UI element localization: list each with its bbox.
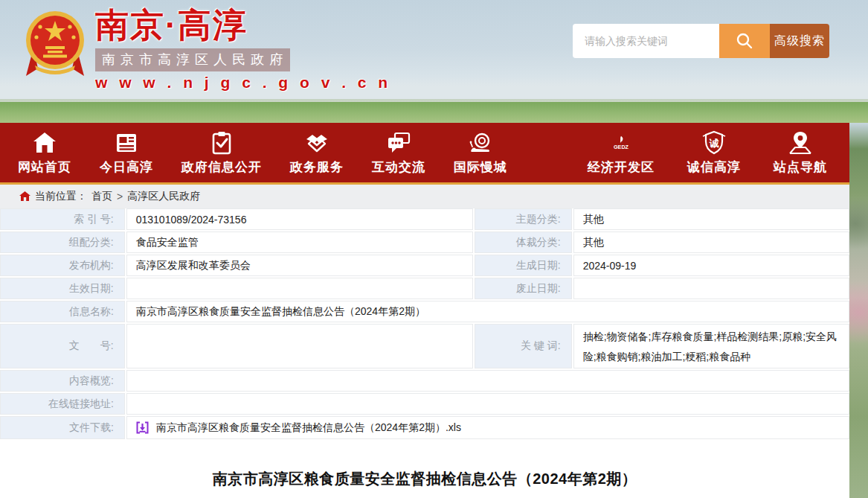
keywords-value: 抽检;物资储备;库存粮食质量;样品检测结果;原粮;安全风险;粮食购销;粮油加工;… bbox=[573, 324, 849, 368]
download-file-link[interactable]: 南京市高淳区粮食质量安全监督抽检信息公告（2024年第2期）.xls bbox=[156, 421, 461, 435]
table-row: 文件下载: 南京市高淳区粮食质量安全监督抽检信息公告（2024年第2期）.xls bbox=[0, 416, 849, 439]
clipboard-check-icon bbox=[209, 130, 234, 156]
shield-char: 诚 bbox=[709, 137, 720, 148]
handshake-icon bbox=[304, 130, 329, 156]
snail-icon bbox=[468, 130, 493, 156]
nav-item-home[interactable]: 网站首页 bbox=[18, 130, 71, 176]
home-icon bbox=[32, 130, 57, 156]
file-download-cell: 南京市高淳区粮食质量安全监督抽检信息公告（2024年第2期）.xls bbox=[126, 416, 849, 439]
site-banner: 南京·高淳 南京市高淳区人民政府 w w w . n j g c . g o v… bbox=[0, 0, 868, 123]
nav-label: 网站首页 bbox=[18, 159, 71, 176]
nav-item-sitemap[interactable]: 站点导航 bbox=[774, 130, 827, 176]
integrity-shield-icon: 诚 bbox=[701, 130, 727, 156]
doc-number-value bbox=[126, 324, 473, 368]
breadcrumb-home-link[interactable]: 首页 bbox=[91, 190, 112, 203]
search-bar: 高级搜索 bbox=[573, 24, 829, 58]
genre-category-label: 体裁分类: bbox=[475, 232, 572, 253]
breadcrumb-separator: > bbox=[117, 191, 123, 202]
site-title: 南京·高淳 bbox=[95, 6, 290, 45]
info-name-label: 信息名称: bbox=[0, 301, 125, 322]
banner-fields bbox=[0, 102, 868, 123]
issuing-org-value: 高淳区发展和改革委员会 bbox=[126, 255, 473, 276]
main-nav: 网站首页 今日高淳 政府信息公开 bbox=[0, 123, 849, 182]
group-category-label: 组配分类: bbox=[0, 232, 125, 253]
article-area: 南京市高淳区粮食质量安全监督抽检信息公告（2024年第2期） bbox=[0, 439, 849, 496]
index-number-value: 013101089/2024-73156 bbox=[126, 208, 473, 230]
nav-item-gedz[interactable]: GEDZ 经济开发区 bbox=[588, 130, 655, 176]
genre-category-value: 其他 bbox=[573, 232, 849, 253]
nav-label: 政务服务 bbox=[290, 159, 344, 176]
gedz-text: GEDZ bbox=[614, 143, 629, 150]
effective-date-value bbox=[126, 278, 473, 299]
nav-item-today[interactable]: 今日高淳 bbox=[100, 130, 153, 176]
file-download-label: 文件下载: bbox=[0, 416, 125, 439]
table-row: 内容概览: bbox=[0, 370, 849, 392]
nav-item-slow-city[interactable]: 国际慢城 bbox=[454, 130, 507, 176]
chat-bubbles-icon bbox=[386, 130, 411, 156]
content-wrapper: 网站首页 今日高淳 政府信息公开 bbox=[0, 123, 849, 498]
search-icon bbox=[735, 31, 754, 51]
doc-number-label: 文 号: bbox=[0, 324, 125, 368]
search-input[interactable] bbox=[573, 24, 719, 58]
index-number-label: 索 引 号: bbox=[0, 208, 125, 230]
table-row: 信息名称: 南京市高淳区粮食质量安全监督抽检信息公告（2024年第2期） bbox=[0, 301, 849, 322]
table-row: 在线链接地址: bbox=[0, 393, 849, 415]
advanced-search-button[interactable]: 高级搜索 bbox=[770, 24, 829, 58]
site-subtitle: 南京市高淳区人民政府 bbox=[95, 48, 290, 71]
online-link-value bbox=[126, 393, 849, 415]
keywords-label: 关 键 词: bbox=[475, 324, 572, 368]
nav-group-right: GEDZ 经济开发区 诚 诚信高淳 bbox=[588, 130, 827, 176]
gedz-icon: GEDZ bbox=[608, 130, 634, 156]
group-category-value: 食品安全监管 bbox=[126, 232, 473, 253]
effective-date-label: 生效日期: bbox=[0, 278, 125, 299]
breadcrumb: 当前位置： 首页 > 高淳区人民政府 bbox=[0, 185, 849, 208]
nav-label: 政府信息公开 bbox=[181, 159, 262, 176]
site-url: w w w . n j g c . g o v . c n bbox=[95, 74, 290, 92]
abolish-date-value bbox=[573, 278, 849, 299]
nav-label: 国际慢城 bbox=[454, 159, 507, 176]
info-name-value: 南京市高淳区粮食质量安全监督抽检信息公告（2024年第2期） bbox=[126, 301, 849, 322]
nav-label: 站点导航 bbox=[774, 159, 827, 176]
nav-item-interaction[interactable]: 互动交流 bbox=[372, 130, 425, 176]
nav-label: 今日高淳 bbox=[100, 159, 153, 176]
download-icon bbox=[136, 421, 149, 434]
map-pin-icon bbox=[788, 130, 813, 156]
online-link-label: 在线链接地址: bbox=[0, 393, 125, 415]
table-row: 发布机构: 高淳区发展和改革委员会 生成日期: 2024-09-19 bbox=[0, 255, 849, 276]
table-row: 索 引 号: 013101089/2024-73156 主题分类: 其他 bbox=[0, 208, 849, 230]
overview-label: 内容概览: bbox=[0, 370, 125, 392]
nav-item-gov-info[interactable]: 政府信息公开 bbox=[181, 130, 262, 176]
breadcrumb-home-icon bbox=[19, 191, 30, 202]
nav-group-left: 网站首页 今日高淳 政府信息公开 bbox=[18, 130, 507, 176]
created-date-value: 2024-09-19 bbox=[573, 255, 849, 276]
abolish-date-label: 废止日期: bbox=[475, 278, 572, 299]
article-title: 南京市高淳区粮食质量安全监督抽检信息公告（2024年第2期） bbox=[0, 469, 849, 489]
site-identity: 南京·高淳 南京市高淳区人民政府 w w w . n j g c . g o v… bbox=[95, 6, 290, 92]
breadcrumb-label: 当前位置： bbox=[35, 190, 87, 203]
issuing-org-label: 发布机构: bbox=[0, 255, 125, 276]
overview-value bbox=[126, 370, 849, 392]
search-button[interactable] bbox=[719, 24, 770, 58]
table-row: 生效日期: 废止日期: bbox=[0, 278, 849, 299]
table-row: 组配分类: 食品安全监管 体裁分类: 其他 bbox=[0, 232, 849, 253]
topic-category-value: 其他 bbox=[573, 208, 849, 230]
newspaper-icon bbox=[114, 130, 139, 156]
table-row: 文 号: 关 键 词: 抽检;物资储备;库存粮食质量;样品检测结果;原粮;安全风… bbox=[0, 324, 849, 368]
created-date-label: 生成日期: bbox=[475, 255, 572, 276]
info-table: 索 引 号: 013101089/2024-73156 主题分类: 其他 组配分… bbox=[0, 208, 849, 439]
national-emblem-icon bbox=[25, 4, 86, 83]
nav-label: 经济开发区 bbox=[588, 159, 655, 176]
breadcrumb-current[interactable]: 高淳区人民政府 bbox=[127, 190, 200, 203]
nav-label: 诚信高淳 bbox=[687, 159, 741, 176]
nav-label: 互动交流 bbox=[372, 159, 425, 176]
topic-category-label: 主题分类: bbox=[475, 208, 572, 230]
nav-item-services[interactable]: 政务服务 bbox=[290, 130, 344, 176]
nav-item-integrity[interactable]: 诚 诚信高淳 bbox=[687, 130, 741, 176]
